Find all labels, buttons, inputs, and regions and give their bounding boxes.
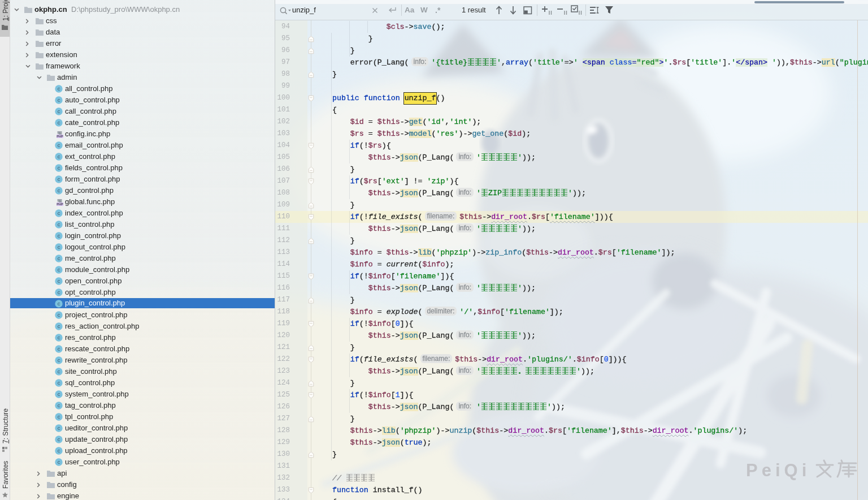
svg-text:c: c	[58, 447, 60, 454]
svg-text:c: c	[58, 142, 60, 148]
svg-text:c: c	[58, 300, 60, 307]
svg-text:c: c	[58, 165, 60, 171]
svg-text:c: c	[58, 334, 60, 340]
svg-text:c: c	[58, 357, 60, 363]
svg-text:c: c	[58, 255, 60, 261]
svg-text:c: c	[58, 436, 60, 442]
svg-text:c: c	[58, 221, 60, 227]
svg-text:c: c	[58, 368, 60, 374]
svg-text:c: c	[58, 266, 60, 273]
svg-text:c: c	[58, 289, 60, 295]
svg-text:c: c	[58, 459, 60, 465]
svg-text:c: c	[58, 176, 60, 182]
svg-text:c: c	[58, 391, 60, 397]
svg-text:c: c	[58, 85, 60, 92]
svg-text:c: c	[58, 278, 60, 284]
svg-text:c: c	[58, 108, 60, 114]
svg-text:c: c	[58, 425, 60, 431]
svg-text:c: c	[58, 346, 60, 352]
svg-text:c: c	[58, 119, 60, 126]
svg-text:c: c	[58, 210, 60, 216]
svg-text:c: c	[58, 187, 60, 193]
svg-text:PHP: PHP	[57, 135, 63, 138]
svg-text:c: c	[58, 97, 60, 103]
svg-text:c: c	[58, 323, 60, 329]
svg-text:c: c	[58, 402, 60, 408]
svg-text:c: c	[58, 232, 60, 239]
svg-text:c: c	[58, 413, 60, 420]
svg-text:c: c	[58, 312, 60, 318]
svg-text:c: c	[58, 153, 60, 160]
svg-text:c: c	[58, 380, 60, 386]
svg-text:c: c	[58, 244, 60, 250]
svg-text:PHP: PHP	[57, 202, 63, 206]
